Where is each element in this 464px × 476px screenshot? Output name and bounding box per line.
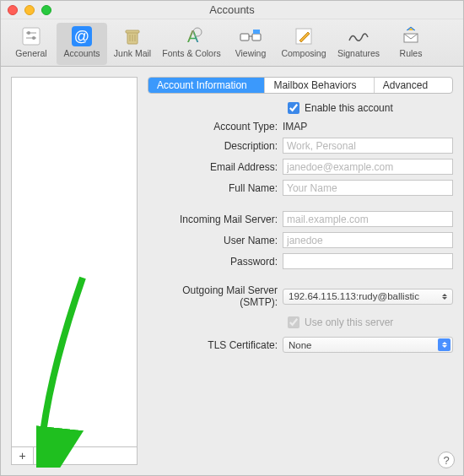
- description-field[interactable]: [283, 138, 453, 154]
- toolbar-fonts[interactable]: A Fonts & Colors: [158, 23, 225, 65]
- window-title: Accounts: [209, 3, 254, 16]
- svg-rect-8: [126, 30, 139, 33]
- svg-point-2: [27, 31, 30, 35]
- incoming-field[interactable]: [283, 211, 453, 227]
- fonts-icon: A: [178, 23, 205, 50]
- use-only-checkbox: [288, 316, 299, 328]
- account-type-value: IMAP: [283, 121, 453, 133]
- smtp-row: Outgoing Mail Server (SMTP): 192.64.115.…: [148, 284, 453, 308]
- add-account-button[interactable]: +: [12, 447, 34, 464]
- smtp-label: Outgoing Mail Server (SMTP):: [148, 284, 283, 308]
- preferences-toolbar: General @ Accounts Junk Mail A Fonts & C…: [1, 19, 463, 67]
- username-label: User Name:: [148, 235, 283, 246]
- chevron-updown-icon: [438, 338, 451, 351]
- use-only-row: Use only this server: [148, 316, 453, 328]
- svg-text:@: @: [74, 28, 89, 45]
- account-add-remove-bar: + −: [11, 446, 138, 465]
- enable-account-label: Enable this account: [305, 102, 393, 114]
- tls-row: TLS Certificate: None: [148, 337, 453, 353]
- spacer: [56, 447, 137, 464]
- email-field[interactable]: [283, 159, 453, 175]
- enable-account-checkbox[interactable]: [288, 102, 299, 114]
- description-label: Description:: [148, 140, 283, 152]
- account-type-label: Account Type:: [148, 121, 283, 133]
- svg-point-4: [32, 36, 35, 40]
- toolbar-label: General: [15, 48, 46, 58]
- enable-account-row: Enable this account: [148, 102, 453, 114]
- content-area: + − Account Information Mailbox Behavior…: [1, 67, 463, 475]
- svg-rect-14: [240, 34, 249, 41]
- accounts-sidebar: + −: [11, 77, 138, 465]
- email-row: Email Address:: [148, 159, 453, 175]
- titlebar: Accounts: [1, 1, 463, 19]
- password-row: Password:: [148, 253, 453, 269]
- tls-select[interactable]: None: [283, 337, 453, 353]
- trash-icon: [119, 23, 146, 50]
- description-row: Description:: [148, 138, 453, 154]
- incoming-label: Incoming Mail Server:: [148, 214, 283, 225]
- at-icon: @: [68, 23, 95, 50]
- accounts-window: Accounts General @ Accounts Junk Mail A …: [0, 0, 464, 476]
- tab-account-info[interactable]: Account Information: [148, 78, 265, 93]
- toolbar-label: Fonts & Colors: [162, 48, 220, 58]
- svg-rect-17: [253, 30, 260, 34]
- rules-icon: [397, 23, 424, 50]
- tls-label: TLS Certificate:: [148, 339, 283, 351]
- account-detail: Account Information Mailbox Behaviors Ad…: [148, 77, 453, 465]
- chevron-updown-icon: [438, 290, 451, 303]
- svg-rect-15: [252, 34, 261, 41]
- incoming-row: Incoming Mail Server:: [148, 211, 453, 227]
- fullname-field[interactable]: [283, 180, 453, 196]
- password-field[interactable]: [283, 253, 453, 269]
- help-button[interactable]: ?: [438, 452, 455, 468]
- toolbar-label: Accounts: [63, 48, 100, 58]
- toolbar-label: Signatures: [337, 48, 380, 58]
- compose-icon: [290, 23, 317, 50]
- window-controls: [8, 5, 51, 15]
- tab-mailbox-behaviors[interactable]: Mailbox Behaviors: [265, 78, 374, 93]
- tab-advanced[interactable]: Advanced: [375, 78, 452, 93]
- password-label: Password:: [148, 256, 283, 268]
- username-field[interactable]: [283, 232, 453, 248]
- glasses-icon: [237, 23, 264, 50]
- fullname-row: Full Name:: [148, 180, 453, 196]
- smtp-select[interactable]: 192.64.115.113:rudy@ballistic: [283, 289, 453, 305]
- username-row: User Name:: [148, 232, 453, 248]
- zoom-window-button[interactable]: [41, 5, 51, 15]
- slider-icon: [18, 23, 45, 50]
- fullname-label: Full Name:: [148, 182, 283, 194]
- close-window-button[interactable]: [8, 5, 18, 15]
- minimize-window-button[interactable]: [24, 5, 35, 15]
- remove-account-button[interactable]: −: [34, 447, 56, 464]
- svg-rect-0: [23, 28, 40, 45]
- email-label: Email Address:: [148, 161, 283, 173]
- toolbar-label: Viewing: [235, 48, 267, 58]
- toolbar-label: Rules: [400, 48, 423, 58]
- smtp-value: 192.64.115.113:rudy@ballistic: [289, 291, 419, 301]
- accounts-list[interactable]: [11, 77, 138, 446]
- toolbar-rules[interactable]: Rules: [386, 23, 436, 65]
- toolbar-composing[interactable]: Composing: [276, 23, 332, 65]
- toolbar-label: Composing: [281, 48, 326, 58]
- toolbar-junk[interactable]: Junk Mail: [107, 23, 158, 65]
- detail-tabs: Account Information Mailbox Behaviors Ad…: [148, 77, 453, 94]
- account-type-row: Account Type: IMAP: [148, 121, 453, 133]
- toolbar-general[interactable]: General: [6, 23, 57, 65]
- toolbar-accounts[interactable]: @ Accounts: [57, 23, 107, 65]
- toolbar-viewing[interactable]: Viewing: [225, 23, 276, 65]
- use-only-label: Use only this server: [305, 316, 393, 328]
- toolbar-signatures[interactable]: Signatures: [332, 23, 386, 65]
- toolbar-label: Junk Mail: [114, 48, 151, 58]
- signature-icon: [345, 23, 372, 50]
- tls-value: None: [289, 340, 312, 350]
